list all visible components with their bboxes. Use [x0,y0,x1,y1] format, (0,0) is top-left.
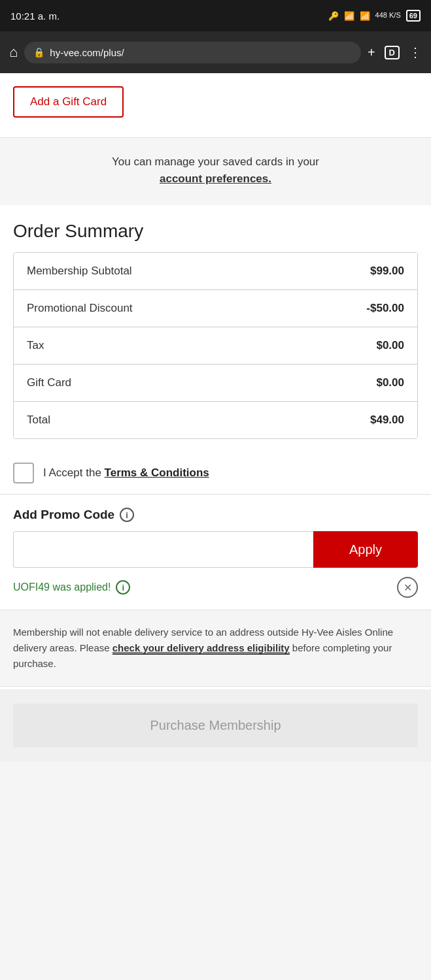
new-tab-button[interactable]: + [368,45,375,60]
lock-icon: 🔒 [33,47,44,57]
status-time: 10:21 a. m. [10,10,60,22]
battery-indicator: 69 [406,10,421,22]
row-label-giftcard: Gift Card [27,376,71,389]
terms-checkbox[interactable] [13,463,34,483]
purchase-section: Purchase Membership [0,689,431,762]
row-label-tax: Tax [27,339,44,352]
table-row: Gift Card $0.00 [14,365,417,402]
order-summary-title: Order Summary [13,221,418,242]
promo-input-row: Apply [13,531,418,568]
remove-promo-button[interactable]: ✕ [397,577,418,598]
promo-info-icon[interactable]: i [120,508,134,522]
row-value-subtotal: $99.00 [370,265,404,278]
row-value-giftcard: $0.00 [376,376,404,389]
table-row: Promotional Discount -$50.00 [14,290,417,327]
tabs-button[interactable]: D [385,46,400,59]
promo-applied-text: UOFI49 was applied! [13,581,111,593]
promo-code-input[interactable] [13,531,313,568]
manage-cards-section: You can manage your saved cards in your … [0,138,431,205]
browser-bar: ⌂ 🔒 hy-vee.com/plus/ + D ⋮ [0,31,431,73]
status-bar-right: 🔑 📶 📶 448 K/S 69 [328,10,421,22]
table-row: Membership Subtotal $99.00 [14,253,417,290]
promo-applied-left: UOFI49 was applied! i [13,580,130,595]
order-table: Membership Subtotal $99.00 Promotional D… [13,252,418,439]
row-value-total: $49.00 [370,414,404,427]
disclaimer-section: Membership will not enable delivery serv… [0,610,431,687]
page-content: Add a Gift Card You can manage your save… [0,73,431,762]
terms-prefix: I Accept the [43,466,105,479]
signal-icon: 📶 [360,11,370,21]
row-label-total: Total [27,414,50,427]
table-row: Total $49.00 [14,402,417,438]
wifi-icon: 📶 [344,11,354,21]
promo-title-text: Add Promo Code [13,508,114,522]
promo-applied-row: UOFI49 was applied! i ✕ [13,577,418,610]
row-label-subtotal: Membership Subtotal [27,265,132,278]
promo-section: Add Promo Code i Apply UOFI49 was applie… [0,495,431,610]
manage-cards-text-before: You can manage your saved cards in your [112,155,319,168]
promo-title: Add Promo Code i [13,508,418,522]
status-bar: 10:21 a. m. 🔑 📶 📶 448 K/S 69 [0,0,431,31]
address-bar[interactable]: 🔒 hy-vee.com/plus/ [24,42,361,63]
order-summary-section: Order Summary Membership Subtotal $99.00… [0,205,431,439]
menu-button[interactable]: ⋮ [409,44,422,60]
home-button[interactable]: ⌂ [9,44,18,61]
terms-text: I Accept the Terms & Conditions [43,466,209,480]
table-row: Tax $0.00 [14,327,417,365]
account-preferences-link[interactable]: account preferences. [160,172,271,185]
terms-section: I Accept the Terms & Conditions [0,452,431,495]
promo-applied-info-icon[interactable]: i [116,580,130,595]
key-icon: 🔑 [328,11,339,21]
delivery-eligibility-link[interactable]: check your delivery address eligibility [112,642,290,655]
terms-conditions-link[interactable]: Terms & Conditions [105,466,209,479]
apply-button[interactable]: Apply [313,531,418,568]
purchase-membership-button[interactable]: Purchase Membership [13,704,418,747]
row-value-discount: -$50.00 [366,302,404,315]
disclaimer-text: Membership will not enable delivery serv… [13,625,418,672]
gift-card-section: Add a Gift Card [0,73,431,138]
browser-actions: + D ⋮ [368,44,422,60]
add-gift-card-button[interactable]: Add a Gift Card [13,86,124,118]
network-speed: 448 K/S [375,11,401,20]
row-value-tax: $0.00 [376,339,404,352]
row-label-discount: Promotional Discount [27,302,133,315]
url-text: hy-vee.com/plus/ [50,47,124,58]
